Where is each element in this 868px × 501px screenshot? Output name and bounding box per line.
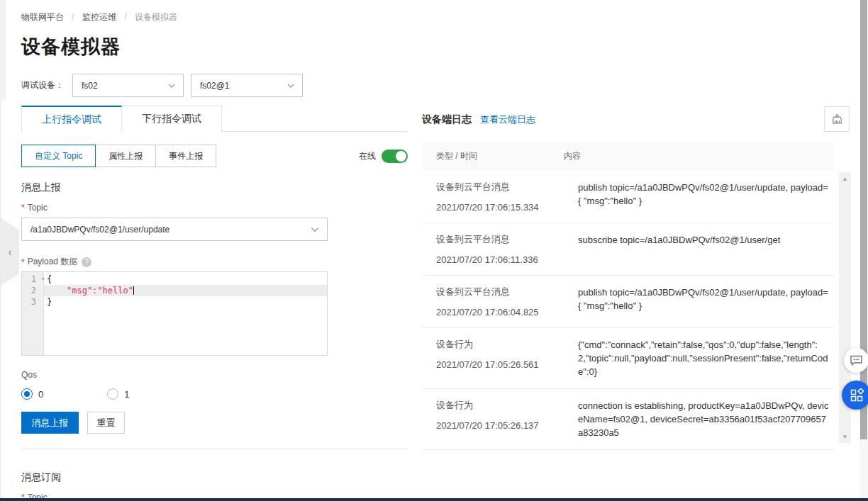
subtab-property-report[interactable]: 属性上报 bbox=[95, 145, 156, 167]
subtab-custom-topic[interactable]: 自定义 Topic bbox=[21, 145, 96, 167]
tab-uplink-debug[interactable]: 上行指令调试 bbox=[21, 106, 122, 132]
reset-button[interactable]: 重置 bbox=[87, 412, 125, 434]
breadcrumb-separator: / bbox=[124, 12, 126, 22]
log-type: 设备行为 bbox=[436, 338, 578, 351]
code-line-active: "msg":"hello" bbox=[44, 285, 327, 296]
log-type: 设备到云平台消息 bbox=[436, 233, 578, 246]
scroll-up-arrow-icon[interactable]: ▲ bbox=[839, 174, 851, 184]
chevron-down-icon bbox=[310, 225, 320, 235]
toggle-knob bbox=[396, 151, 406, 162]
topic-select[interactable]: /a1a0JBDwPQv/fs02@1/user/update bbox=[21, 218, 328, 241]
product-select[interactable]: fs02 bbox=[72, 74, 184, 97]
clear-log-button[interactable] bbox=[824, 106, 850, 132]
qos-radio-group: 0 1 bbox=[21, 388, 129, 400]
log-content: subscribe topic=/a1a0JBDwPQv/fs02@1/user… bbox=[578, 233, 830, 265]
column-type-time: 类型 / 时间 bbox=[422, 150, 564, 162]
log-row[interactable]: 设备行为2021/07/20 17:05:26.137 connection i… bbox=[422, 389, 835, 450]
app-center-button[interactable] bbox=[842, 381, 868, 410]
log-panel-header: 设备端日志 查看云端日志 bbox=[422, 113, 535, 126]
log-content: publish topic=/a1a0JBDwPQv/fs02@1/user/u… bbox=[578, 181, 830, 213]
log-table-header: 类型 / 时间 内容 bbox=[422, 142, 835, 171]
apps-grid-icon bbox=[850, 388, 864, 403]
code-line: } bbox=[44, 296, 327, 308]
log-row[interactable]: 设备到云平台消息2021/07/20 17:06:15.334 publish … bbox=[422, 171, 835, 223]
chevron-down-icon bbox=[167, 81, 176, 90]
tab-downlink-debug[interactable]: 下行指令调试 bbox=[122, 106, 222, 132]
chat-bubble-icon bbox=[850, 354, 863, 366]
line-number: 1 bbox=[31, 274, 40, 284]
debug-direction-tabs: 上行指令调试 下行指令调试 bbox=[21, 106, 408, 132]
section-divider bbox=[21, 449, 408, 449]
qos-option-1[interactable]: 1 bbox=[107, 388, 129, 400]
device-simulator-page: ‹ 物联网平台 / 监控运维 / 设备模拟器 设备模拟器 调试设备： fs02 … bbox=[0, 0, 868, 501]
required-asterisk: * bbox=[21, 203, 25, 213]
message-subscribe-heading: 消息订阅 bbox=[21, 471, 61, 484]
qos-option-0-label: 0 bbox=[38, 389, 43, 400]
device-select[interactable]: fs02@1 bbox=[191, 74, 303, 97]
log-type: 设备行为 bbox=[436, 399, 578, 412]
topic-field-label: *Topic bbox=[21, 203, 48, 213]
breadcrumb-monitoring-ops[interactable]: 监控运维 bbox=[82, 12, 116, 22]
broom-icon bbox=[831, 113, 843, 125]
chevron-down-icon bbox=[286, 81, 295, 90]
log-time: 2021/07/20 17:05:26.561 bbox=[436, 359, 578, 370]
report-mode-row: 自定义 Topic 属性上报 事件上报 在线 bbox=[21, 145, 408, 167]
online-toggle-label: 在线 bbox=[359, 150, 376, 162]
text-cursor bbox=[133, 286, 134, 295]
breadcrumb: 物联网平台 / 监控运维 / 设备模拟器 bbox=[21, 11, 183, 23]
log-type: 设备到云平台消息 bbox=[436, 286, 578, 298]
code-line: { bbox=[44, 274, 327, 285]
log-time: 2021/07/20 17:05:26.137 bbox=[436, 420, 578, 431]
subtab-event-report[interactable]: 事件上报 bbox=[155, 145, 216, 167]
chevron-left-icon: ‹ bbox=[8, 245, 12, 259]
product-select-value: fs02 bbox=[82, 81, 98, 91]
payload-field-label: *Payload 数据 ? bbox=[21, 256, 91, 268]
device-select-value: fs02@1 bbox=[200, 81, 230, 91]
page-scrollbar-thumb[interactable] bbox=[860, 0, 867, 439]
breadcrumb-device-simulator: 设备模拟器 bbox=[135, 12, 177, 22]
required-asterisk: * bbox=[21, 257, 25, 267]
line-number: 2 bbox=[31, 286, 40, 295]
log-time: 2021/07/20 17:06:15.334 bbox=[436, 202, 578, 213]
editor-code-area[interactable]: { "msg":"hello" } bbox=[44, 272, 327, 355]
log-row[interactable]: 设备行为2021/07/20 17:05:26.561 {"cmd":"conn… bbox=[422, 328, 835, 389]
page-scrollbar[interactable] bbox=[859, 0, 868, 501]
device-selector-row: 调试设备： fs02 fs02@1 bbox=[21, 74, 303, 97]
online-toggle[interactable] bbox=[382, 150, 408, 163]
line-number: 3 bbox=[31, 297, 40, 307]
window-bottom-edge bbox=[0, 498, 868, 501]
scroll-down-arrow-icon[interactable]: ▼ bbox=[839, 432, 851, 441]
log-time: 2021/07/20 17:06:11.336 bbox=[436, 254, 578, 265]
log-time: 2021/07/20 17:06:04.825 bbox=[436, 307, 578, 317]
qos-option-0[interactable]: 0 bbox=[21, 388, 43, 400]
log-type: 设备到云平台消息 bbox=[436, 181, 578, 193]
column-content: 内容 bbox=[564, 150, 581, 162]
log-row[interactable]: 设备到云平台消息2021/07/20 17:06:11.336 subscrib… bbox=[422, 223, 835, 276]
breadcrumb-separator: / bbox=[72, 12, 74, 22]
breadcrumb-iot-platform[interactable]: 物联网平台 bbox=[21, 12, 64, 22]
device-log-title: 设备端日志 bbox=[422, 113, 472, 126]
topic-select-value: /a1a0JBDwPQv/fs02@1/user/update bbox=[30, 225, 169, 235]
message-report-heading: 消息上报 bbox=[21, 181, 61, 194]
page-title: 设备模拟器 bbox=[21, 34, 121, 60]
radio-checked-icon[interactable] bbox=[21, 388, 33, 400]
editor-gutter: 1▾ 2 3 bbox=[22, 272, 44, 355]
qos-option-1-label: 1 bbox=[124, 389, 129, 400]
form-buttons: 消息上报 重置 bbox=[21, 412, 125, 434]
radio-unchecked-icon[interactable] bbox=[107, 388, 118, 400]
qos-label: Qos bbox=[21, 370, 37, 380]
feedback-chat-button[interactable] bbox=[844, 348, 868, 373]
log-row[interactable]: 设备到云平台消息2021/07/20 17:06:04.825 publish … bbox=[422, 276, 835, 328]
collapsed-drawer-strip bbox=[0, 0, 6, 99]
drawer-collapse-handle[interactable]: ‹ bbox=[1, 218, 19, 286]
log-content: {"cmd":"connack","retain":false,"qos":0,… bbox=[578, 338, 830, 378]
online-toggle-wrap: 在线 bbox=[359, 150, 408, 163]
log-rows: 设备到云平台消息2021/07/20 17:06:15.334 publish … bbox=[422, 171, 835, 450]
submit-message-button[interactable]: 消息上报 bbox=[21, 412, 79, 434]
device-selector-label: 调试设备： bbox=[21, 79, 64, 91]
help-icon[interactable]: ? bbox=[82, 257, 91, 267]
log-content: connection is establishing, productKey=a… bbox=[578, 399, 830, 439]
payload-code-editor[interactable]: 1▾ 2 3 { "msg":"hello" } bbox=[21, 271, 328, 356]
log-content: publish topic=/a1a0JBDwPQv/fs02@1/user/u… bbox=[578, 286, 830, 317]
view-cloud-log-link[interactable]: 查看云端日志 bbox=[480, 113, 535, 126]
